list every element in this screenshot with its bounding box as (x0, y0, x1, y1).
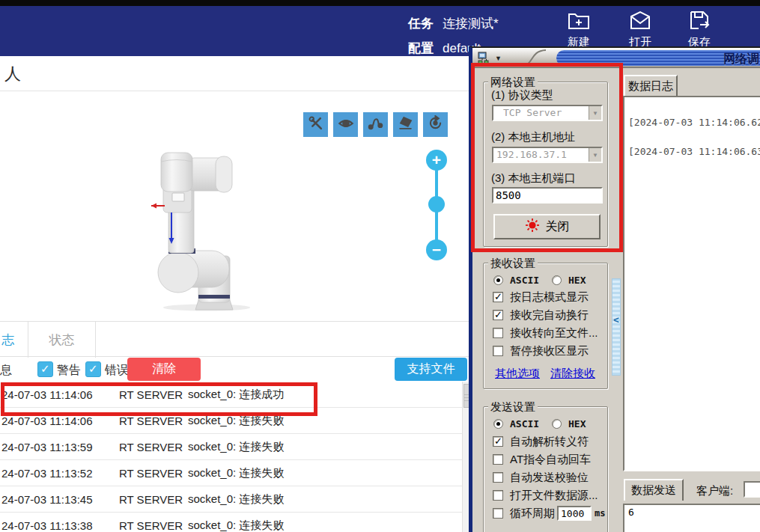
log-row[interactable]: 24-07-03 11:14:06 RT SERVER socket_0: 连接… (0, 382, 462, 408)
viewport-rotate-button[interactable] (423, 112, 448, 137)
tab-status[interactable]: 状态 (28, 322, 96, 358)
titlebar-stripes: 网络调 (556, 50, 760, 66)
log-source: RT SERVER (119, 493, 188, 506)
local-host-value: 192.168.37.1 (496, 149, 586, 160)
config-label: 配置 (408, 41, 434, 55)
open-envelope-icon (625, 7, 655, 33)
new-folder-plus-icon (564, 7, 594, 33)
chevron-down-icon[interactable]: ▼ (589, 106, 601, 120)
tab-log[interactable]: 志 (0, 322, 28, 358)
client-label: 客户端: (696, 484, 733, 498)
log-source: RT SERVER (119, 388, 188, 401)
new-button[interactable]: 新建 (564, 7, 594, 49)
log-message: socket_0: 连接失败 (188, 414, 462, 428)
other-options-link[interactable]: 其他选项 (495, 367, 540, 381)
send-hex-radio[interactable] (552, 419, 562, 429)
rotate-icon (428, 115, 443, 134)
log-row[interactable]: 24-07-03 11:13:38 RT SERVER socket_0: 连接… (0, 513, 462, 532)
log-message: socket_0: 连接失败 (188, 519, 462, 532)
protocol-type-combo[interactable]: TCP Server ▼ (492, 105, 603, 121)
log-filter-row: 息 警告 错误 清除 支持文件 (0, 358, 469, 382)
log-row[interactable]: 24-07-03 11:13:52 RT SERVER socket_0: 连接… (0, 460, 462, 486)
cycle-period-input[interactable] (557, 506, 592, 521)
window-title: 网络调 (723, 52, 759, 67)
data-log-line: [2024-07-03 11:14:06.633 (628, 146, 760, 157)
error-checkbox[interactable] (85, 361, 101, 377)
zoom-slider-handle[interactable] (428, 196, 445, 213)
viewport-tools-button[interactable] (303, 112, 328, 137)
tab-data-log[interactable]: 数据日志 (624, 75, 678, 96)
viewport-path-button[interactable] (363, 112, 388, 137)
pause-display-checkbox[interactable] (493, 346, 503, 356)
send-ascii-radio[interactable] (493, 419, 503, 429)
receive-hex-radio[interactable] (552, 275, 562, 285)
auto-escape-checkbox[interactable] (493, 436, 503, 447)
receive-settings-title: 接收设置 (488, 257, 538, 271)
send-input-area[interactable]: 6 (623, 504, 760, 532)
local-port-label: (3) 本地主机端口 (491, 171, 576, 186)
task-row: 任务连接测试* (408, 15, 499, 32)
zoom-out-button[interactable]: − (426, 239, 447, 260)
log-mode-checkbox[interactable] (493, 292, 503, 302)
log-source: RT SERVER (119, 415, 188, 427)
panel-splitter[interactable] (612, 278, 621, 376)
log-time: 24-07-03 11:14:06 (0, 415, 119, 427)
task-value[interactable]: 连接测试* (443, 16, 499, 31)
auto-escape-label: 自动解析转义符 (510, 435, 589, 449)
collapse-left-icon[interactable]: < (612, 314, 621, 325)
support-file-button[interactable]: 支持文件 (395, 358, 467, 381)
local-host-combo[interactable]: 192.168.37.1 ▼ (492, 147, 603, 163)
open-button[interactable]: 打开 (625, 7, 655, 49)
log-row[interactable]: 24-07-03 11:14:06 RT SERVER socket_0: 连接… (0, 408, 462, 434)
log-mode-label: 按日志模式显示 (510, 290, 589, 305)
file-source-label: 打开文件数据源... (510, 489, 598, 503)
tab-data-send[interactable]: 数据发送 (624, 479, 684, 501)
receive-to-file-checkbox[interactable] (493, 328, 503, 338)
auto-checksum-label: 自动发送校验位 (510, 471, 589, 485)
log-source: RT SERVER (119, 441, 188, 453)
auto-linefeed-checkbox[interactable] (493, 310, 503, 320)
data-log-area[interactable]: [2024-07-03 11:14:06.625 [2024-07-03 11:… (623, 96, 760, 471)
close-connection-label: 关闭 (546, 219, 570, 235)
viewport-view-button[interactable] (333, 112, 358, 137)
client-combo[interactable] (744, 481, 760, 498)
chevron-down-icon[interactable]: ▼ (589, 148, 601, 162)
log-message: socket_0: 连接失败 (188, 440, 462, 454)
receive-to-file-label: 接收转向至文件... (510, 326, 598, 340)
cycle-checkbox[interactable] (493, 508, 503, 519)
chevron-down-icon[interactable]: ▼ (495, 55, 502, 62)
log-table[interactable]: 24-07-03 11:14:06 RT SERVER socket_0: 连接… (0, 382, 462, 532)
divider (0, 91, 469, 91)
log-row[interactable]: 24-07-03 11:13:45 RT SERVER socket_0: 连接… (0, 486, 462, 513)
save-button[interactable]: 保存 (684, 7, 714, 49)
log-source: RT SERVER (119, 519, 188, 532)
log-row[interactable]: 24-07-03 11:13:59 RT SERVER socket_0: 连接… (0, 434, 462, 460)
window-titlebar[interactable]: ▼ 网络调 (472, 48, 760, 68)
send-settings-title: 发送设置 (488, 400, 538, 415)
clear-receive-link[interactable]: 清除接收 (550, 367, 595, 381)
cycle-label: 循环周期 (510, 507, 555, 521)
clear-log-button[interactable]: 清除 (127, 358, 201, 381)
zoom-in-button[interactable]: + (426, 150, 447, 171)
eraser-icon (398, 115, 413, 134)
auto-checksum-checkbox[interactable] (493, 472, 503, 483)
receive-ascii-label: ASCII (510, 275, 539, 286)
receive-ascii-radio[interactable] (493, 275, 503, 285)
robot-arm-illustration (141, 148, 253, 313)
log-time: 24-07-03 11:13:45 (0, 493, 119, 506)
error-label: 错误 (105, 363, 129, 379)
viewport-eraser-button[interactable] (393, 112, 418, 137)
close-connection-button[interactable]: 关闭 (493, 214, 601, 239)
receive-hex-label: HEX (568, 275, 586, 286)
log-time: 24-07-03 11:13:38 (0, 519, 119, 532)
top-black-strip (0, 0, 760, 6)
at-cr-checkbox[interactable] (493, 454, 503, 465)
file-source-checkbox[interactable] (493, 490, 503, 501)
tcp-x-axis-arrow (151, 204, 165, 209)
robot-3d-view (141, 148, 253, 316)
warn-checkbox[interactable] (37, 361, 53, 377)
window-icon[interactable] (478, 52, 490, 67)
save-floppy-icon (684, 7, 714, 33)
cycle-unit-label: ms (595, 508, 605, 519)
local-port-input[interactable] (492, 187, 603, 204)
